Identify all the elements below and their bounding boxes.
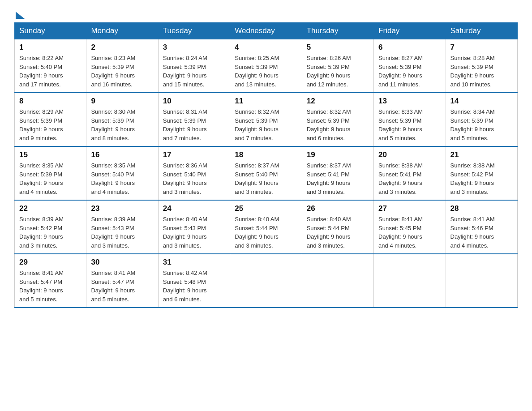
- calendar-day-cell: 19 Sunrise: 8:37 AM Sunset: 5:41 PM Dayl…: [302, 146, 373, 200]
- day-number: 5: [307, 43, 369, 52]
- calendar-day-cell: 17 Sunrise: 8:36 AM Sunset: 5:40 PM Dayl…: [158, 146, 230, 200]
- day-info: Sunrise: 8:37 AM Sunset: 5:40 PM Dayligh…: [235, 161, 297, 196]
- day-info: Sunrise: 8:32 AM Sunset: 5:39 PM Dayligh…: [235, 107, 297, 142]
- day-number: 3: [163, 43, 225, 52]
- calendar-header-friday: Friday: [374, 23, 446, 39]
- day-number: 27: [378, 204, 441, 213]
- calendar-day-cell: [302, 254, 373, 308]
- calendar-table: SundayMondayTuesdayWednesdayThursdayFrid…: [14, 22, 518, 308]
- day-number: 25: [235, 204, 297, 213]
- day-number: 24: [163, 204, 225, 213]
- calendar-day-cell: 13 Sunrise: 8:33 AM Sunset: 5:39 PM Dayl…: [374, 93, 446, 146]
- page-header: [14, 11, 518, 15]
- calendar-day-cell: 9 Sunrise: 8:30 AM Sunset: 5:39 PM Dayli…: [86, 93, 158, 146]
- day-number: 17: [163, 150, 225, 159]
- day-info: Sunrise: 8:42 AM Sunset: 5:48 PM Dayligh…: [163, 269, 225, 304]
- day-info: Sunrise: 8:40 AM Sunset: 5:43 PM Dayligh…: [163, 215, 225, 250]
- calendar-day-cell: 14 Sunrise: 8:34 AM Sunset: 5:39 PM Dayl…: [446, 93, 517, 146]
- logo-arrow-icon: [16, 12, 25, 19]
- day-info: Sunrise: 8:24 AM Sunset: 5:39 PM Dayligh…: [163, 54, 225, 89]
- day-info: Sunrise: 8:34 AM Sunset: 5:39 PM Dayligh…: [450, 107, 513, 142]
- calendar-day-cell: 2 Sunrise: 8:23 AM Sunset: 5:39 PM Dayli…: [86, 39, 158, 93]
- day-info: Sunrise: 8:25 AM Sunset: 5:39 PM Dayligh…: [235, 54, 297, 89]
- calendar-day-cell: 30 Sunrise: 8:41 AM Sunset: 5:47 PM Dayl…: [86, 254, 158, 308]
- day-info: Sunrise: 8:22 AM Sunset: 5:40 PM Dayligh…: [19, 54, 82, 89]
- day-info: Sunrise: 8:36 AM Sunset: 5:40 PM Dayligh…: [163, 161, 225, 196]
- day-info: Sunrise: 8:38 AM Sunset: 5:42 PM Dayligh…: [450, 161, 513, 196]
- logo: [14, 11, 25, 15]
- day-number: 10: [163, 97, 225, 106]
- day-info: Sunrise: 8:27 AM Sunset: 5:39 PM Dayligh…: [378, 54, 441, 89]
- day-info: Sunrise: 8:41 AM Sunset: 5:47 PM Dayligh…: [91, 269, 153, 304]
- calendar-day-cell: [446, 254, 517, 308]
- day-info: Sunrise: 8:40 AM Sunset: 5:44 PM Dayligh…: [235, 215, 297, 250]
- calendar-header-sunday: Sunday: [15, 23, 86, 39]
- calendar-day-cell: 8 Sunrise: 8:29 AM Sunset: 5:39 PM Dayli…: [15, 93, 86, 146]
- calendar-header-monday: Monday: [86, 23, 158, 39]
- calendar-week-row: 29 Sunrise: 8:41 AM Sunset: 5:47 PM Dayl…: [15, 254, 518, 308]
- day-number: 11: [235, 97, 297, 106]
- day-info: Sunrise: 8:32 AM Sunset: 5:39 PM Dayligh…: [307, 107, 369, 142]
- day-info: Sunrise: 8:26 AM Sunset: 5:39 PM Dayligh…: [307, 54, 369, 89]
- calendar-day-cell: 6 Sunrise: 8:27 AM Sunset: 5:39 PM Dayli…: [374, 39, 446, 93]
- day-number: 20: [378, 150, 441, 159]
- calendar-header-saturday: Saturday: [446, 23, 517, 39]
- calendar-week-row: 15 Sunrise: 8:35 AM Sunset: 5:39 PM Dayl…: [15, 146, 518, 200]
- day-number: 13: [378, 97, 441, 106]
- calendar-day-cell: 23 Sunrise: 8:39 AM Sunset: 5:43 PM Dayl…: [86, 200, 158, 254]
- day-info: Sunrise: 8:38 AM Sunset: 5:41 PM Dayligh…: [378, 161, 441, 196]
- calendar-day-cell: 10 Sunrise: 8:31 AM Sunset: 5:39 PM Dayl…: [158, 93, 230, 146]
- day-info: Sunrise: 8:39 AM Sunset: 5:43 PM Dayligh…: [91, 215, 153, 250]
- day-number: 31: [163, 258, 225, 267]
- calendar-day-cell: 12 Sunrise: 8:32 AM Sunset: 5:39 PM Dayl…: [302, 93, 373, 146]
- day-info: Sunrise: 8:40 AM Sunset: 5:44 PM Dayligh…: [307, 215, 369, 250]
- day-number: 28: [450, 204, 513, 213]
- calendar-day-cell: 16 Sunrise: 8:35 AM Sunset: 5:40 PM Dayl…: [86, 146, 158, 200]
- day-number: 26: [307, 204, 369, 213]
- day-number: 4: [235, 43, 297, 52]
- calendar-day-cell: 22 Sunrise: 8:39 AM Sunset: 5:42 PM Dayl…: [15, 200, 86, 254]
- calendar-day-cell: 31 Sunrise: 8:42 AM Sunset: 5:48 PM Dayl…: [158, 254, 230, 308]
- calendar-day-cell: 7 Sunrise: 8:28 AM Sunset: 5:39 PM Dayli…: [446, 39, 517, 93]
- day-number: 16: [91, 150, 153, 159]
- calendar-day-cell: 27 Sunrise: 8:41 AM Sunset: 5:45 PM Dayl…: [374, 200, 446, 254]
- calendar-day-cell: 1 Sunrise: 8:22 AM Sunset: 5:40 PM Dayli…: [15, 39, 86, 93]
- calendar-day-cell: 29 Sunrise: 8:41 AM Sunset: 5:47 PM Dayl…: [15, 254, 86, 308]
- calendar-day-cell: 25 Sunrise: 8:40 AM Sunset: 5:44 PM Dayl…: [230, 200, 302, 254]
- calendar-header-tuesday: Tuesday: [158, 23, 230, 39]
- day-info: Sunrise: 8:33 AM Sunset: 5:39 PM Dayligh…: [378, 107, 441, 142]
- day-number: 8: [19, 97, 82, 106]
- day-info: Sunrise: 8:35 AM Sunset: 5:40 PM Dayligh…: [91, 161, 153, 196]
- calendar-day-cell: 28 Sunrise: 8:41 AM Sunset: 5:46 PM Dayl…: [446, 200, 517, 254]
- day-info: Sunrise: 8:30 AM Sunset: 5:39 PM Dayligh…: [91, 107, 153, 142]
- day-info: Sunrise: 8:28 AM Sunset: 5:39 PM Dayligh…: [450, 54, 513, 89]
- day-info: Sunrise: 8:37 AM Sunset: 5:41 PM Dayligh…: [307, 161, 369, 196]
- day-info: Sunrise: 8:31 AM Sunset: 5:39 PM Dayligh…: [163, 107, 225, 142]
- day-info: Sunrise: 8:41 AM Sunset: 5:46 PM Dayligh…: [450, 215, 513, 250]
- calendar-header-row: SundayMondayTuesdayWednesdayThursdayFrid…: [15, 23, 518, 39]
- day-number: 14: [450, 97, 513, 106]
- day-info: Sunrise: 8:39 AM Sunset: 5:42 PM Dayligh…: [19, 215, 82, 250]
- calendar-week-row: 22 Sunrise: 8:39 AM Sunset: 5:42 PM Dayl…: [15, 200, 518, 254]
- calendar-day-cell: 24 Sunrise: 8:40 AM Sunset: 5:43 PM Dayl…: [158, 200, 230, 254]
- day-number: 22: [19, 204, 82, 213]
- day-number: 9: [91, 97, 153, 106]
- calendar-day-cell: 4 Sunrise: 8:25 AM Sunset: 5:39 PM Dayli…: [230, 39, 302, 93]
- day-number: 1: [19, 43, 82, 52]
- calendar-day-cell: 18 Sunrise: 8:37 AM Sunset: 5:40 PM Dayl…: [230, 146, 302, 200]
- calendar-day-cell: 15 Sunrise: 8:35 AM Sunset: 5:39 PM Dayl…: [15, 146, 86, 200]
- day-number: 18: [235, 150, 297, 159]
- calendar-day-cell: 5 Sunrise: 8:26 AM Sunset: 5:39 PM Dayli…: [302, 39, 373, 93]
- day-number: 6: [378, 43, 441, 52]
- calendar-day-cell: 21 Sunrise: 8:38 AM Sunset: 5:42 PM Dayl…: [446, 146, 517, 200]
- day-number: 21: [450, 150, 513, 159]
- day-number: 12: [307, 97, 369, 106]
- calendar-header-thursday: Thursday: [302, 23, 373, 39]
- calendar-day-cell: 11 Sunrise: 8:32 AM Sunset: 5:39 PM Dayl…: [230, 93, 302, 146]
- day-info: Sunrise: 8:41 AM Sunset: 5:45 PM Dayligh…: [378, 215, 441, 250]
- day-number: 19: [307, 150, 369, 159]
- day-number: 15: [19, 150, 82, 159]
- day-number: 23: [91, 204, 153, 213]
- day-number: 30: [91, 258, 153, 267]
- calendar-header-wednesday: Wednesday: [230, 23, 302, 39]
